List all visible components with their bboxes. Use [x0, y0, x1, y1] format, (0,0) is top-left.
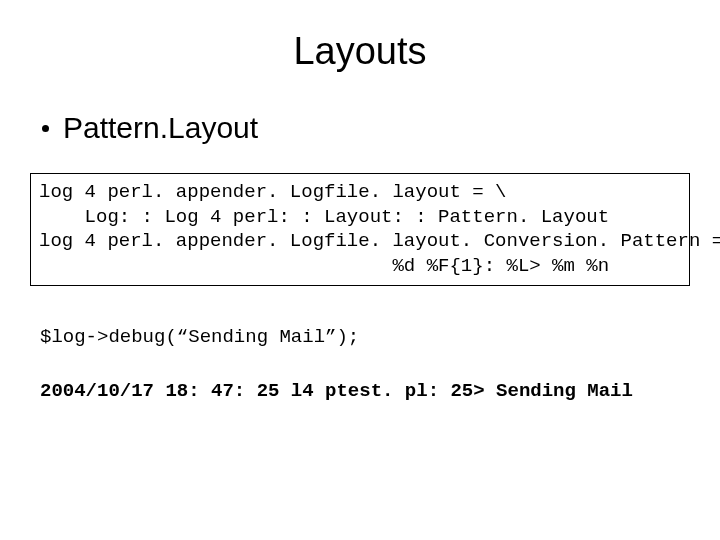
slide: Layouts Pattern.Layout log 4 perl. appen… — [0, 0, 720, 540]
code-box: log 4 perl. appender. Logfile. layout = … — [30, 173, 690, 286]
code-line-4: %d %F{1}: %L> %m %n — [39, 255, 609, 277]
debug-call-line: $log->debug(“Sending Mail”); — [40, 326, 682, 348]
slide-title: Layouts — [38, 30, 682, 73]
code-line-2: Log: : Log 4 perl: : Layout: : Pattern. … — [39, 206, 609, 228]
code-line-1: log 4 perl. appender. Logfile. layout = … — [39, 181, 506, 203]
bullet-dot-icon — [42, 125, 49, 132]
code-line-3: log 4 perl. appender. Logfile. layout. C… — [39, 230, 720, 252]
output-line: 2004/10/17 18: 47: 25 l4 ptest. pl: 25> … — [40, 380, 682, 402]
bullet-text: Pattern.Layout — [63, 111, 258, 145]
bullet-item: Pattern.Layout — [42, 111, 682, 145]
